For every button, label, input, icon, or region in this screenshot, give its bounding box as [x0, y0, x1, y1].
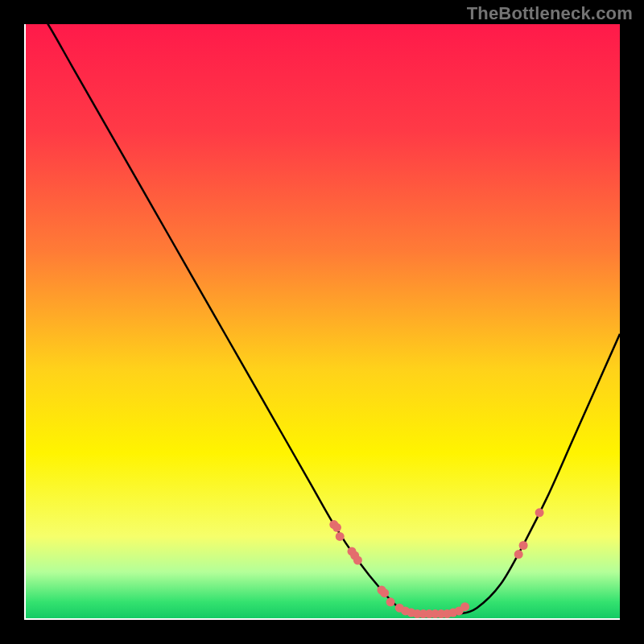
data-marker — [386, 597, 395, 606]
chart-container: TheBottleneck.com — [0, 0, 644, 644]
data-marker — [460, 602, 469, 611]
x-axis-line — [24, 618, 620, 620]
bottleneck-chart — [24, 24, 620, 620]
watermark-text: TheBottleneck.com — [467, 3, 633, 24]
y-axis-line — [24, 24, 26, 620]
data-marker — [353, 556, 362, 565]
data-marker — [519, 541, 528, 550]
data-marker — [380, 588, 389, 597]
data-marker — [332, 523, 341, 532]
data-marker — [514, 550, 523, 559]
data-marker — [336, 532, 345, 541]
data-marker — [535, 508, 544, 517]
